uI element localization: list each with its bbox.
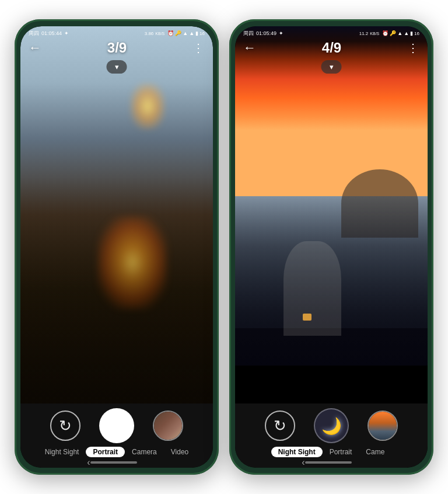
thumbnail-btn-2[interactable] bbox=[368, 410, 398, 441]
phone-1-screen: 周四 01:05:44 ✦ 3.86 KB/S ⏰ 🔑 ▲ ▲ ▮ 16 ← bbox=[20, 26, 213, 468]
home-indicator-1[interactable] bbox=[90, 461, 137, 464]
phone-2-shell: 周四 01:05:49 ✦ 11.2 KB/S ⏰ 🔑 ▲ ▲ ▮ 16 ← bbox=[229, 19, 433, 475]
bottom-controls-1: ↻ Night Sight Portrait Camera Video bbox=[20, 403, 213, 468]
mode-labels-row-1: Night Sight Portrait Camera Video bbox=[20, 447, 213, 457]
top-nav-2: ← 4/9 ⋮ bbox=[235, 26, 428, 59]
phone-2: 周四 01:05:49 ✦ 11.2 KB/S ⏰ 🔑 ▲ ▲ ▮ 16 ← bbox=[229, 19, 433, 475]
nav-bar-1: ‹ bbox=[64, 457, 169, 468]
back-button-1[interactable]: ← bbox=[29, 40, 41, 55]
rotate-btn-2[interactable]: ↻ bbox=[265, 410, 295, 441]
dropdown-btn-1[interactable]: ▾ bbox=[107, 60, 127, 74]
home-indicator-2[interactable] bbox=[305, 461, 352, 464]
night-sight-btn-1[interactable]: ↻ bbox=[50, 410, 80, 441]
moon-icon-2: 🌙 bbox=[321, 416, 342, 436]
phone-2-screen: 周四 01:05:49 ✦ 11.2 KB/S ⏰ 🔑 ▲ ▲ ▮ 16 ← bbox=[235, 26, 428, 468]
mode-icons-1: ↻ bbox=[50, 408, 183, 443]
night-shutter-btn-2[interactable]: 🌙 bbox=[314, 408, 349, 443]
rotate-icon-1: ↻ bbox=[59, 417, 72, 435]
more-button-2[interactable]: ⋮ bbox=[407, 41, 419, 55]
photo-area-2 bbox=[235, 26, 428, 403]
thumbnail-preview-2 bbox=[369, 412, 397, 440]
rotate-icon-2: ↻ bbox=[274, 417, 286, 435]
video-label-1[interactable]: Video bbox=[164, 447, 195, 457]
camera-label-1[interactable]: Camera bbox=[125, 447, 164, 457]
phone-1-shell: 周四 01:05:44 ✦ 3.86 KB/S ⏰ 🔑 ▲ ▲ ▮ 16 ← bbox=[15, 19, 219, 475]
page-counter-2: 4/9 bbox=[322, 40, 341, 56]
back-button-2[interactable]: ← bbox=[243, 40, 256, 55]
chevron-down-icon-2: ▾ bbox=[330, 62, 334, 71]
top-nav-1: ← 3/9 ⋮ bbox=[20, 26, 213, 59]
nav-bar-2: ‹ bbox=[278, 457, 384, 468]
bottom-controls-2: ↻ 🌙 Night Sight Portrait Came bbox=[235, 403, 428, 468]
portrait-label-2[interactable]: Portrait bbox=[323, 447, 359, 457]
night-sight-label-1[interactable]: Night Sight bbox=[38, 447, 86, 457]
shutter-btn-1[interactable] bbox=[99, 408, 134, 443]
system-back-1[interactable]: ‹ bbox=[87, 457, 90, 468]
page-counter-1: 3/9 bbox=[107, 40, 127, 56]
mode-labels-row-2: Night Sight Portrait Came bbox=[235, 447, 428, 457]
mode-icons-2: ↻ 🌙 bbox=[265, 408, 398, 443]
system-back-2[interactable]: ‹ bbox=[302, 457, 304, 468]
chevron-down-icon-1: ▾ bbox=[115, 62, 119, 71]
more-button-1[interactable]: ⋮ bbox=[192, 41, 205, 55]
camera-label-2[interactable]: Came bbox=[359, 447, 391, 457]
night-sight-label-2[interactable]: Night Sight bbox=[271, 447, 323, 457]
photo-area-1 bbox=[20, 26, 213, 403]
portrait-label-1[interactable]: Portrait bbox=[86, 447, 125, 457]
thumbnail-btn-1[interactable] bbox=[153, 410, 183, 441]
dropdown-btn-2[interactable]: ▾ bbox=[321, 60, 342, 74]
phone-1: 周四 01:05:44 ✦ 3.86 KB/S ⏰ 🔑 ▲ ▲ ▮ 16 ← bbox=[15, 19, 219, 475]
thumbnail-preview-1 bbox=[154, 412, 182, 440]
